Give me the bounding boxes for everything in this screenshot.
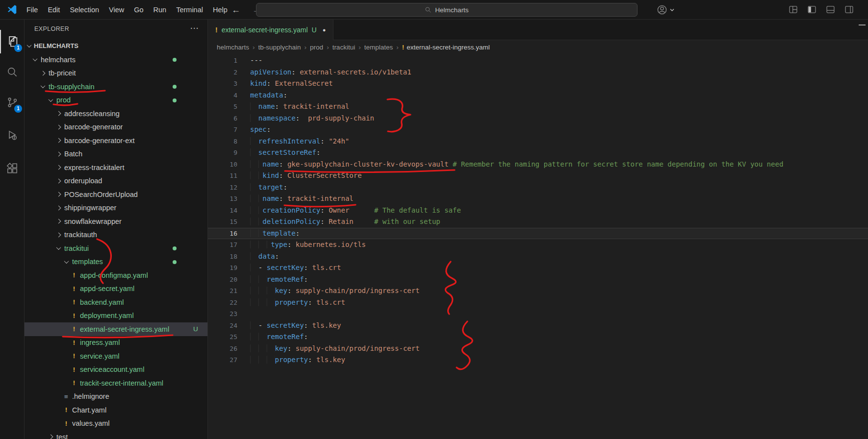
tree-item-addresscleansing[interactable]: addresscleansing: [25, 107, 207, 121]
workspace-section-header[interactable]: HELMCHARTS: [25, 38, 207, 53]
line-number[interactable]: 18: [208, 251, 250, 263]
code-line-25[interactable]: 25 remoteRef:: [208, 331, 868, 343]
code-line-17[interactable]: 17 type: kubernetes.io/tls: [208, 239, 868, 251]
code-line-3[interactable]: 3kind: ExternalSecret: [208, 78, 868, 90]
code-line-20[interactable]: 20 remoteRef:: [208, 274, 868, 286]
code-line-7[interactable]: 7spec:: [208, 124, 868, 136]
tree-item-chart.yaml[interactable]: !Chart.yaml: [25, 403, 207, 417]
activity-search-button[interactable]: [0, 60, 25, 84]
code-line-9[interactable]: 9 secretStoreRef:: [208, 147, 868, 159]
tree-item-appd-configmap.yaml[interactable]: !appd-configmap.yaml: [25, 268, 207, 282]
line-number[interactable]: 24: [208, 320, 250, 332]
code-line-12[interactable]: 12 target:: [208, 182, 868, 194]
code-line-22[interactable]: 22 property: tls.crt: [208, 297, 868, 309]
line-number[interactable]: 9: [208, 147, 250, 159]
line-number[interactable]: 16: [208, 228, 250, 240]
tree-item-serviceaccount.yaml[interactable]: !serviceaccount.yaml: [25, 363, 207, 377]
line-number[interactable]: 17: [208, 239, 250, 251]
more-actions-icon[interactable]: ⋯: [190, 23, 199, 33]
tree-item-ingress.yaml[interactable]: !ingress.yaml: [25, 336, 207, 350]
code-line-21[interactable]: 21 key: supply-chain/prod/ingress-cert: [208, 285, 868, 297]
tree-item-values.yaml[interactable]: !values.yaml: [25, 417, 207, 431]
back-arrow-icon[interactable]: ←: [231, 5, 240, 15]
code-line-18[interactable]: 18 data:: [208, 251, 868, 263]
menu-go[interactable]: Go: [129, 0, 148, 20]
tree-item-backend.yaml[interactable]: !backend.yaml: [25, 295, 207, 309]
breadcrumb-item-prod[interactable]: prod: [310, 44, 323, 51]
line-number[interactable]: 2: [208, 67, 250, 78]
breadcrumb-item-trackitui[interactable]: trackitui: [332, 44, 356, 51]
code-line-4[interactable]: 4metadata:: [208, 90, 868, 101]
line-number[interactable]: 21: [208, 285, 250, 297]
line-number[interactable]: 25: [208, 331, 250, 343]
code-editor[interactable]: 1---2apiVersion: external-secrets.io/v1b…: [208, 54, 868, 439]
line-number[interactable]: 8: [208, 136, 250, 147]
breadcrumb-item-helmcharts[interactable]: helmcharts: [217, 44, 249, 51]
menu-terminal[interactable]: Terminal: [171, 0, 208, 20]
code-line-8[interactable]: 8 refreshInterval: "24h": [208, 136, 868, 147]
tree-item-test[interactable]: test: [25, 430, 207, 439]
breadcrumb-item-external-secret-ingress.yaml[interactable]: !external-secret-ingress.yaml: [402, 44, 490, 51]
line-number[interactable]: 4: [208, 90, 250, 101]
line-number[interactable]: 1: [208, 55, 250, 67]
line-number[interactable]: 22: [208, 297, 250, 309]
line-number[interactable]: 3: [208, 78, 250, 90]
line-number[interactable]: 12: [208, 182, 250, 194]
tree-item-shippingwrapper[interactable]: shippingwrapper: [25, 201, 207, 215]
activity-extensions-button[interactable]: [0, 157, 25, 180]
code-line-14[interactable]: 14 creationPolicy: Owner # The default i…: [208, 205, 868, 217]
code-line-19[interactable]: 19 - secretKey: tls.crt: [208, 262, 868, 274]
line-number[interactable]: 15: [208, 216, 250, 228]
code-line-15[interactable]: 15 deletionPolicy: Retain # with our set…: [208, 216, 868, 228]
toggle-panel-icon[interactable]: [825, 4, 836, 15]
tree-item-service.yaml[interactable]: !service.yaml: [25, 349, 207, 363]
line-number[interactable]: 11: [208, 170, 250, 182]
tree-item-batch[interactable]: Batch: [25, 147, 207, 161]
tree-item-external-secret-ingress.yaml[interactable]: !external-secret-ingress.yamlU: [25, 322, 207, 336]
dirty-indicator-dot[interactable]: ●: [323, 27, 326, 33]
menu-edit[interactable]: Edit: [43, 0, 65, 20]
tree-item-trackitui[interactable]: trackitui: [25, 242, 207, 255]
line-number[interactable]: 6: [208, 113, 250, 124]
code-line-5[interactable]: 5 name: trackit-internal: [208, 101, 868, 113]
menu-selection[interactable]: Selection: [65, 0, 104, 20]
tree-item-tb-priceit[interactable]: tb-priceit: [25, 67, 207, 80]
breadcrumb-item-templates[interactable]: templates: [364, 44, 393, 51]
tree-item-templates[interactable]: templates: [25, 255, 207, 269]
line-number[interactable]: 23: [208, 308, 250, 320]
line-number[interactable]: 10: [208, 159, 250, 171]
tree-item-barcode-generator[interactable]: barcode-generator: [25, 121, 207, 134]
command-center-search[interactable]: Helmcharts: [256, 3, 638, 17]
line-number[interactable]: 7: [208, 124, 250, 136]
code-line-23[interactable]: 23: [208, 308, 868, 320]
tab-external-secret-ingress[interactable]: ! external-secret-ingress.yaml U ●: [208, 20, 333, 40]
code-line-1[interactable]: 1---: [208, 55, 868, 67]
tree-item-barcode-generator-ext[interactable]: barcode-generator-ext: [25, 134, 207, 147]
code-line-6[interactable]: 6 namespace: prd-supply-chain: [208, 113, 868, 124]
code-line-24[interactable]: 24 - secretKey: tls.key: [208, 320, 868, 332]
line-number[interactable]: 5: [208, 101, 250, 113]
tree-item-helmcharts[interactable]: helmcharts: [25, 53, 207, 67]
line-number[interactable]: 13: [208, 193, 250, 205]
tree-item-trackit-secret-internal.yaml[interactable]: !trackit-secret-internal.yaml: [25, 376, 207, 390]
activity-explorer-button[interactable]: 1: [0, 30, 25, 53]
menu-view[interactable]: View: [104, 0, 129, 20]
menu-help[interactable]: Help: [208, 0, 232, 20]
tree-item-prod[interactable]: prod: [25, 94, 207, 107]
code-line-11[interactable]: 11 kind: ClusterSecretStore: [208, 170, 868, 182]
code-line-2[interactable]: 2apiVersion: external-secrets.io/v1beta1: [208, 67, 868, 78]
editor-toolbar-dash-icon[interactable]: [859, 24, 866, 25]
code-line-26[interactable]: 26 key: supply-chain/prod/ingress-cert: [208, 343, 868, 355]
tree-item-orderupload[interactable]: orderupload: [25, 174, 207, 188]
tree-item-posearchorderupload[interactable]: POSearchOrderUpload: [25, 188, 207, 201]
menu-run[interactable]: Run: [149, 0, 172, 20]
tree-item-snowflakewrapper[interactable]: snowflakewrapper: [25, 215, 207, 228]
code-line-13[interactable]: 13 name: trackit-internal: [208, 193, 868, 205]
toggle-primary-sidebar-icon[interactable]: [807, 4, 817, 15]
tree-item-appd-secret.yaml[interactable]: !appd-secret.yaml: [25, 282, 207, 296]
line-number[interactable]: 27: [208, 354, 250, 366]
breadcrumb-item-tb-supplychain[interactable]: tb-supplychain: [258, 44, 301, 51]
tree-item-.helmignore[interactable]: ≡.helmignore: [25, 390, 207, 404]
code-line-16[interactable]: 16 template:: [208, 228, 868, 240]
code-line-10[interactable]: 10 name: gke-supplychain-cluster-kv-devo…: [208, 159, 868, 171]
